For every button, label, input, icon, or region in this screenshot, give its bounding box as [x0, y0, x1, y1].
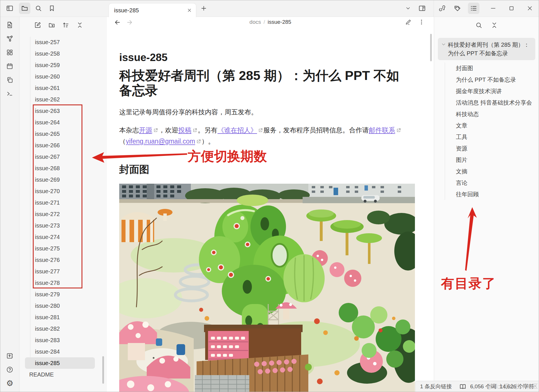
left-sidebar-toggle-icon[interactable]	[4, 3, 15, 14]
doc-link[interactable]: 《谁在招人》	[217, 126, 257, 134]
quick-switcher-icon[interactable]	[4, 19, 15, 30]
outline-item[interactable]: 科技动态	[445, 108, 539, 120]
outgoing-links-icon[interactable]	[436, 3, 448, 14]
doc-link[interactable]: yifeng.ruan@gmail.com	[126, 138, 195, 145]
file-list-item[interactable]: issue-267	[25, 151, 95, 162]
outline-search-icon[interactable]	[475, 21, 483, 29]
breadcrumb-parent[interactable]: docs	[250, 19, 261, 25]
search-tab-icon[interactable]	[33, 3, 44, 14]
bookmarks-tab-icon[interactable]	[46, 3, 58, 14]
file-list-item[interactable]: issue-283	[25, 334, 95, 346]
watermark: @稀土掘金技术社区	[486, 383, 538, 390]
external-link-icon	[152, 126, 158, 134]
file-list-item-readme[interactable]: README	[25, 369, 95, 380]
file-list-item[interactable]: issue-264	[25, 117, 95, 128]
backlinks-count[interactable]: 1 条反向链接	[420, 383, 452, 390]
outline-sidebar: 科技爱好者周刊（第 285 期）：为什么 PPT 不如备忘录 封面图 为什么 P…	[434, 17, 539, 392]
outline-view-icon[interactable]	[468, 3, 479, 14]
file-list-item[interactable]: issue-274	[25, 231, 95, 243]
tab-close-icon[interactable]	[187, 8, 192, 13]
file-list-item[interactable]: issue-265	[25, 128, 95, 140]
inline-title[interactable]: issue-285	[119, 52, 415, 64]
file-list-item[interactable]: issue-282	[25, 323, 95, 334]
file-list-item[interactable]: issue-276	[25, 254, 95, 266]
outline-item[interactable]: 图片	[445, 154, 539, 166]
file-explorer: issue-257 issue-258 issue-259 issue-260 …	[19, 17, 107, 392]
file-list-item[interactable]: issue-285	[25, 357, 95, 369]
window-maximize-icon[interactable]	[506, 3, 517, 14]
vault-switcher-icon[interactable]	[4, 350, 15, 361]
file-list-item[interactable]: issue-266	[25, 140, 95, 151]
outline-item[interactable]: 文章	[445, 120, 539, 131]
outline-item[interactable]: 工具	[445, 131, 539, 143]
external-link-icon	[395, 126, 401, 134]
terminal-icon[interactable]	[4, 88, 15, 99]
new-note-icon[interactable]	[33, 20, 42, 30]
reading-book-icon	[459, 383, 466, 390]
tags-icon[interactable]	[452, 3, 463, 14]
more-options-icon[interactable]	[418, 19, 425, 26]
edit-mode-icon[interactable]	[405, 19, 412, 26]
file-list-item[interactable]: issue-280	[25, 300, 95, 311]
explorer-scrollbar[interactable]	[102, 356, 104, 384]
file-list-item[interactable]: issue-260	[25, 71, 95, 82]
outline-item[interactable]: 往年回顾	[445, 189, 539, 200]
file-list-item[interactable]: issue-281	[25, 311, 95, 323]
file-list-item[interactable]: issue-272	[25, 208, 95, 220]
new-tab-icon[interactable]	[200, 5, 207, 12]
file-list-item[interactable]: issue-271	[25, 197, 95, 208]
new-folder-icon[interactable]	[47, 20, 56, 30]
file-list-item[interactable]: issue-259	[25, 59, 95, 71]
outline-root-label: 科技爱好者周刊（第 285 期）：为什么 PPT 不如备忘录	[448, 40, 532, 58]
outline-item[interactable]: 封面图	[445, 62, 539, 74]
templates-copy-icon[interactable]	[4, 75, 15, 85]
file-list-item[interactable]: issue-257	[25, 36, 95, 48]
file-list-item[interactable]: issue-263	[25, 105, 95, 117]
file-list-item[interactable]: issue-270	[25, 185, 95, 197]
doc-link[interactable]: 投稿	[178, 126, 191, 134]
cover-image	[119, 184, 415, 392]
file-list-item[interactable]: issue-268	[25, 162, 95, 174]
window-minimize-icon[interactable]	[487, 3, 499, 14]
outline-item[interactable]: 活动消息 抖音基础技术分享会	[445, 97, 539, 108]
file-list-item[interactable]: issue-277	[25, 266, 95, 277]
tab-list-chevron-icon[interactable]	[403, 3, 413, 14]
file-list-item[interactable]: issue-269	[25, 174, 95, 185]
outline-item[interactable]: 为什么 PPT 不如备忘录	[445, 74, 539, 85]
outline-item[interactable]: 资源	[445, 143, 539, 154]
breadcrumb: docs/issue-285	[107, 19, 434, 25]
file-list-item[interactable]: issue-278	[25, 277, 95, 289]
canvas-icon[interactable]	[4, 47, 15, 58]
outline-item[interactable]: 文摘	[445, 166, 539, 177]
window-close-icon[interactable]	[524, 3, 536, 14]
file-list-item[interactable]: issue-261	[25, 82, 95, 94]
doc-link[interactable]: 开源	[139, 126, 152, 134]
file-list-item[interactable]: issue-284	[25, 346, 95, 357]
file-list-item[interactable]: issue-275	[25, 243, 95, 254]
settings-gear-icon[interactable]: ⚙	[4, 378, 15, 389]
editor-pane: docs/issue-285 issue-285 科技爱好者周刊（第 285 期…	[107, 17, 434, 392]
collapse-all-icon[interactable]	[75, 20, 85, 30]
file-list-item[interactable]: issue-273	[25, 220, 95, 231]
daily-note-calendar-icon[interactable]	[4, 61, 15, 72]
sort-order-icon[interactable]	[61, 20, 70, 30]
file-list-item[interactable]: issue-279	[25, 289, 95, 300]
outline-collapse-icon[interactable]	[491, 21, 498, 29]
outline-item[interactable]: 掘金年度技术演讲	[445, 85, 539, 97]
graph-view-icon[interactable]	[4, 33, 15, 44]
files-tab-icon[interactable]	[19, 3, 30, 14]
doc-heading-cover: 封面图	[119, 163, 415, 176]
file-list-item[interactable]: issue-262	[25, 94, 95, 105]
file-list-item[interactable]: issue-258	[25, 48, 95, 59]
editor-scrollbar[interactable]	[430, 34, 432, 61]
outline-root-item[interactable]: 科技爱好者周刊（第 285 期）：为什么 PPT 不如备忘录	[438, 38, 535, 60]
outline-item[interactable]: 言论	[445, 177, 539, 189]
right-sidebar-toggle-icon[interactable]	[416, 3, 428, 14]
tab-issue-285[interactable]: issue-285	[109, 3, 196, 17]
doc-link[interactable]: 邮件联系	[369, 126, 395, 134]
annotation-text-files: 方便切换期数	[188, 148, 267, 165]
view-header: docs/issue-285	[107, 17, 434, 28]
chevron-down-icon[interactable]	[441, 42, 446, 58]
breadcrumb-current[interactable]: issue-285	[268, 19, 291, 25]
help-icon[interactable]	[4, 364, 15, 375]
